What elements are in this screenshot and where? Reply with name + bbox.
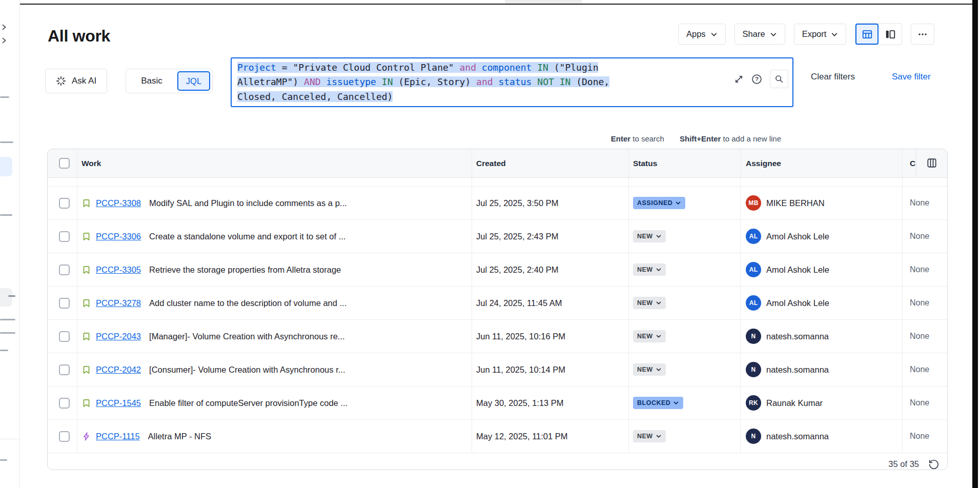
- apps-button[interactable]: Apps: [678, 24, 726, 45]
- issue-summary[interactable]: Enable filter of computeServer provision…: [149, 398, 348, 408]
- row-checkbox[interactable]: [59, 431, 70, 442]
- expand-editor-button[interactable]: [734, 74, 744, 84]
- status-badge[interactable]: NEW: [633, 263, 666, 276]
- column-header-work[interactable]: Work: [77, 149, 472, 177]
- issue-key-link[interactable]: PCCP-3306: [96, 232, 141, 241]
- avatar: MB: [746, 195, 761, 211]
- issue-key-link[interactable]: PCCP-3305: [96, 265, 141, 275]
- column-header-status[interactable]: Status: [629, 149, 741, 177]
- row-checkbox[interactable]: [59, 398, 70, 409]
- category-cell[interactable]: None: [903, 387, 947, 419]
- more-actions-button[interactable]: [911, 24, 934, 45]
- table-row: PCCP-2043 [Manager]- Volume Creation wit…: [48, 320, 947, 353]
- category-cell[interactable]: None: [903, 287, 947, 319]
- row-checkbox[interactable]: [59, 331, 70, 342]
- row-checkbox[interactable]: [59, 265, 70, 275]
- category-value: None: [910, 365, 929, 374]
- issue-key-link[interactable]: PCCP-3308: [96, 198, 141, 208]
- assignee-cell[interactable]: N natesh.somanna: [741, 420, 903, 453]
- clear-filters-button[interactable]: Clear filters: [811, 72, 855, 82]
- basic-mode-button[interactable]: Basic: [126, 76, 177, 86]
- syntax-help-button[interactable]: ?: [751, 74, 762, 85]
- story-type: [81, 398, 91, 408]
- row-checkbox[interactable]: [59, 231, 70, 242]
- issue-key-link[interactable]: PCCP-2043: [96, 332, 141, 341]
- sidebar-item[interactable]: [0, 332, 15, 334]
- status-badge[interactable]: BLOCKED: [633, 397, 683, 409]
- category-cell[interactable]: None: [903, 187, 947, 219]
- sidebar-item-hovered[interactable]: [0, 288, 12, 307]
- assignee-cell[interactable]: AL Amol Ashok Lele: [741, 253, 903, 286]
- assignee-name: natesh.somanna: [766, 432, 829, 441]
- detail-view-button[interactable]: [879, 24, 902, 45]
- status-badge[interactable]: NEW: [633, 430, 666, 442]
- sidebar-item[interactable]: [0, 141, 13, 143]
- issue-key-link[interactable]: PCCP-1545: [96, 398, 141, 408]
- story-type: [81, 298, 91, 308]
- run-search-button[interactable]: [770, 70, 788, 88]
- issue-summary[interactable]: Modify SAL and Plugin to include comment…: [149, 198, 347, 208]
- created-cell: May 30, 2025, 1:13 PM: [472, 387, 629, 419]
- issue-summary[interactable]: [Manager]- Volume Creation with Asynchro…: [149, 332, 345, 341]
- status-badge[interactable]: NEW: [633, 363, 666, 376]
- column-header-assignee[interactable]: Assignee: [741, 149, 903, 177]
- share-button[interactable]: Share: [734, 24, 785, 45]
- chevron-down-icon: [831, 31, 838, 38]
- page-title: All work: [48, 27, 110, 46]
- story-icon: [81, 332, 91, 341]
- assignee-cell[interactable]: AL Amol Ashok Lele: [741, 287, 903, 319]
- status-cell: NEW: [629, 320, 741, 353]
- status-badge[interactable]: ASSIGNED: [633, 197, 685, 209]
- column-header-created[interactable]: Created: [472, 149, 629, 177]
- table-body: PCCP-3308 Modify SAL and Plugin to inclu…: [48, 187, 947, 453]
- sidebar-chevron-icon[interactable]: [1, 37, 8, 46]
- assignee-cell[interactable]: RK Raunak Kumar: [741, 387, 903, 419]
- issue-key-link[interactable]: PCCP-3278: [96, 298, 141, 308]
- row-checkbox[interactable]: [59, 198, 70, 209]
- issue-summary[interactable]: Retrieve the storage properties from All…: [149, 265, 341, 275]
- category-cell[interactable]: None: [903, 320, 947, 353]
- assignee-cell[interactable]: AL Amol Ashok Lele: [741, 220, 903, 253]
- jql-query-text[interactable]: Project = "Private Cloud Control Plane" …: [237, 60, 609, 104]
- svg-text:?: ?: [755, 76, 759, 82]
- assignee-cell[interactable]: MB MIKE BERHAN: [741, 187, 903, 219]
- share-button-label: Share: [743, 29, 765, 39]
- assignee-cell[interactable]: N natesh.somanna: [741, 320, 903, 353]
- issue-summary[interactable]: Add cluster name to the description of v…: [149, 298, 346, 308]
- issue-summary[interactable]: [Consumer]- Volume Creation with Asynchr…: [149, 365, 345, 375]
- sidebar-item[interactable]: [0, 319, 15, 320]
- search-icon: [774, 74, 784, 84]
- sidebar-item[interactable]: [0, 96, 9, 98]
- category-cell[interactable]: None: [903, 253, 947, 286]
- refresh-button[interactable]: [928, 459, 940, 470]
- issue-summary[interactable]: Create a standalone volume and export it…: [149, 232, 345, 241]
- row-checkbox[interactable]: [59, 364, 70, 375]
- configure-columns-button[interactable]: [916, 149, 947, 177]
- list-view-button[interactable]: [855, 24, 879, 45]
- export-button[interactable]: Export: [794, 24, 847, 45]
- sidebar-item[interactable]: [0, 459, 7, 461]
- status-badge[interactable]: NEW: [633, 330, 666, 342]
- issue-key-link[interactable]: PCCP-2042: [96, 365, 141, 375]
- sidebar-item-selected[interactable]: [0, 157, 12, 176]
- jql-editor[interactable]: Project = "Private Cloud Control Plane" …: [231, 57, 793, 107]
- sidebar-item[interactable]: [0, 214, 12, 216]
- status-badge[interactable]: NEW: [633, 297, 666, 309]
- chevron-down-icon: [656, 367, 662, 373]
- status-badge[interactable]: NEW: [633, 230, 666, 242]
- category-cell[interactable]: None: [903, 420, 947, 453]
- row-checkbox[interactable]: [59, 298, 70, 309]
- category-cell[interactable]: None: [903, 220, 947, 253]
- issue-summary[interactable]: Alletra MP - NFS: [148, 432, 211, 441]
- save-filter-button[interactable]: Save filter: [892, 72, 931, 82]
- search-mode-toggle: Basic JQL: [126, 69, 213, 93]
- issue-key-link[interactable]: PCCP-1115: [96, 432, 140, 441]
- sidebar-item[interactable]: [0, 350, 8, 351]
- assignee-cell[interactable]: N natesh.somanna: [741, 353, 903, 386]
- table-header-row: Work Created Status Assignee C: [48, 149, 947, 178]
- category-cell[interactable]: None: [903, 353, 947, 386]
- sidebar-chevron-icon[interactable]: [1, 24, 8, 33]
- select-all-checkbox[interactable]: [59, 158, 70, 169]
- ask-ai-button[interactable]: Ask AI: [45, 69, 107, 93]
- jql-mode-button[interactable]: JQL: [177, 71, 210, 91]
